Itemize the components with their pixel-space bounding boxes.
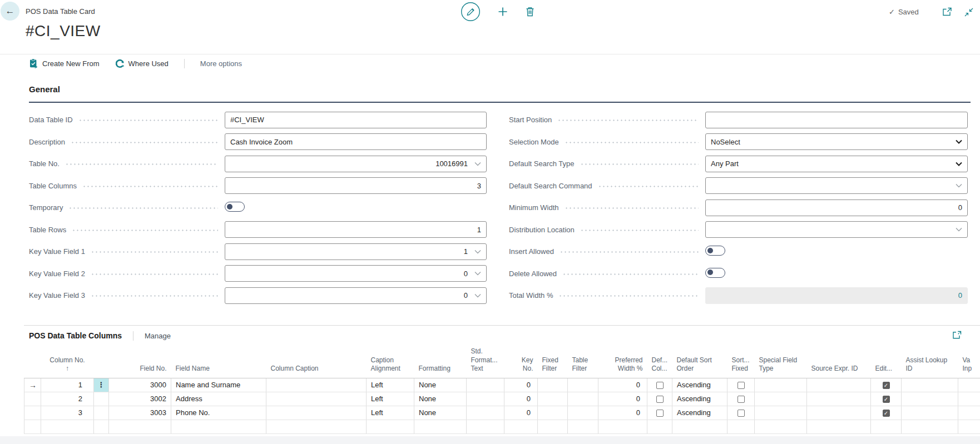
cell-assist_lookup_id[interactable]	[902, 406, 958, 420]
cell-selector[interactable]	[24, 406, 41, 420]
col-header-column_caption[interactable]: Column Caption	[266, 346, 367, 378]
cell-fixed_filter[interactable]	[538, 378, 568, 392]
distribution-location-field[interactable]	[705, 221, 968, 238]
part-action-manage[interactable]: Manage	[145, 332, 171, 340]
col-header-fixed_filter[interactable]: Fixed Filter	[538, 346, 568, 378]
cell-std_format_text[interactable]	[467, 406, 504, 420]
action-create-new-from[interactable]: Create New From	[29, 58, 100, 68]
cell-column_no[interactable]: 1	[41, 378, 94, 392]
cell-preferred_width[interactable]	[598, 420, 647, 433]
default-search-type-select[interactable]: Any Part	[705, 156, 968, 172]
def_col-checkbox[interactable]	[656, 382, 664, 389]
cell-column_no[interactable]: 2	[41, 392, 94, 406]
action-where-used[interactable]: Where Used	[115, 59, 169, 68]
col-header-std_format_text[interactable]: Std. Format... Text	[467, 346, 504, 378]
cell-formatting[interactable]: None	[414, 406, 467, 420]
table-rows-field[interactable]: 1	[225, 221, 487, 238]
cell-edit[interactable]: ✓	[871, 406, 902, 420]
cell-def_col[interactable]	[647, 378, 672, 392]
cell-sort_fixed[interactable]	[727, 378, 755, 392]
def_col-checkbox[interactable]	[656, 396, 664, 403]
cell-menu[interactable]	[94, 420, 109, 433]
cell-selector[interactable]	[24, 420, 41, 433]
cell-selector[interactable]: →	[24, 378, 41, 392]
cell-special_field_type[interactable]	[755, 378, 807, 392]
cell-key_no[interactable]	[504, 420, 538, 433]
cell-edit[interactable]: ✓	[871, 392, 902, 406]
cell-default_sort_order[interactable]: Ascending	[672, 406, 727, 420]
cell-fixed_filter[interactable]	[538, 406, 568, 420]
cell-default_sort_order[interactable]: Ascending	[672, 378, 727, 392]
cell-key_no[interactable]: 0	[504, 406, 538, 420]
cell-field_no[interactable]	[109, 420, 171, 433]
cell-source_expr_id[interactable]	[807, 420, 871, 433]
cell-preferred_width[interactable]: 0	[598, 406, 647, 420]
insert-allowed-toggle[interactable]	[705, 246, 725, 256]
cell-caption_alignment[interactable]	[367, 420, 414, 433]
col-header-selector[interactable]	[24, 346, 41, 378]
new-button[interactable]	[497, 6, 508, 19]
cell-field_name[interactable]: Name and Surname	[171, 378, 266, 392]
sort_fixed-checkbox[interactable]	[738, 396, 745, 403]
temporary-toggle[interactable]	[225, 202, 245, 212]
cell-edit[interactable]	[871, 420, 902, 433]
start-position-field[interactable]	[705, 112, 968, 128]
default-search-command-field[interactable]	[705, 177, 968, 194]
cell-std_format_text[interactable]	[467, 392, 504, 406]
cell-caption_alignment[interactable]: Left	[367, 378, 414, 392]
cell-selector[interactable]	[24, 392, 41, 406]
cell-column_no[interactable]: 3	[41, 406, 94, 420]
cell-menu[interactable]	[94, 406, 109, 420]
key-value-field-3-field[interactable]: 0	[225, 287, 487, 304]
col-header-source_expr_id[interactable]: Source Expr. ID	[807, 346, 871, 378]
data-table-id-field[interactable]: #CI_VIEW	[225, 112, 487, 128]
cell-key_no[interactable]: 0	[504, 392, 538, 406]
cell-va_inp[interactable]	[958, 378, 980, 392]
cell-va_inp[interactable]	[958, 420, 980, 433]
cell-special_field_type[interactable]	[755, 406, 807, 420]
col-header-sort_fixed[interactable]: Sort... Fixed	[727, 346, 755, 378]
cell-fixed_filter[interactable]	[538, 392, 568, 406]
cell-sort_fixed[interactable]	[727, 406, 755, 420]
col-header-caption_alignment[interactable]: Caption Alignment	[367, 346, 414, 378]
key-value-field-2-field[interactable]: 0	[225, 265, 487, 282]
cell-field_name[interactable]	[171, 420, 266, 433]
sort_fixed-checkbox[interactable]	[738, 410, 745, 417]
table-no-field[interactable]: 10016991	[225, 156, 487, 172]
delete-button[interactable]	[525, 6, 535, 19]
cell-caption_alignment[interactable]: Left	[367, 406, 414, 420]
minimum-width-field[interactable]: 0	[705, 199, 968, 216]
cell-assist_lookup_id[interactable]	[902, 420, 958, 433]
cell-source_expr_id[interactable]	[807, 392, 871, 406]
cell-assist_lookup_id[interactable]	[902, 378, 958, 392]
cell-special_field_type[interactable]	[755, 392, 807, 406]
cell-table_filter[interactable]	[568, 420, 598, 433]
cell-formatting[interactable]	[414, 420, 467, 433]
col-header-formatting[interactable]: Formatting	[414, 346, 467, 378]
cell-column_caption[interactable]	[266, 392, 367, 406]
col-header-va_inp[interactable]: Va Inp	[958, 346, 980, 378]
edit-checkbox[interactable]: ✓	[883, 410, 890, 417]
cell-edit[interactable]: ✓	[871, 378, 902, 392]
description-field[interactable]: Cash Invoice Zoom	[225, 133, 487, 150]
cell-table_filter[interactable]	[568, 392, 598, 406]
col-header-edit[interactable]: Edit...	[871, 346, 902, 378]
delete-allowed-toggle[interactable]	[705, 268, 725, 278]
cell-va_inp[interactable]	[958, 406, 980, 420]
cell-key_no[interactable]: 0	[504, 378, 538, 392]
row-menu-button[interactable]: ⋮	[94, 378, 109, 392]
cell-def_col[interactable]	[647, 420, 672, 433]
cell-special_field_type[interactable]	[755, 420, 807, 433]
cell-table_filter[interactable]	[568, 378, 598, 392]
cell-sort_fixed[interactable]	[727, 392, 755, 406]
key-value-field-1-field[interactable]: 1	[225, 243, 487, 260]
def_col-checkbox[interactable]	[656, 410, 664, 417]
cell-caption_alignment[interactable]: Left	[367, 392, 414, 406]
cell-field_no[interactable]: 3002	[109, 392, 171, 406]
cell-column_caption[interactable]	[266, 406, 367, 420]
sort_fixed-checkbox[interactable]	[738, 382, 745, 389]
cell-def_col[interactable]	[647, 392, 672, 406]
open-in-new-window-button[interactable]	[942, 7, 952, 18]
col-header-preferred_width[interactable]: Preferred Width %	[598, 346, 647, 378]
cell-field_name[interactable]: Phone No.	[171, 406, 266, 420]
